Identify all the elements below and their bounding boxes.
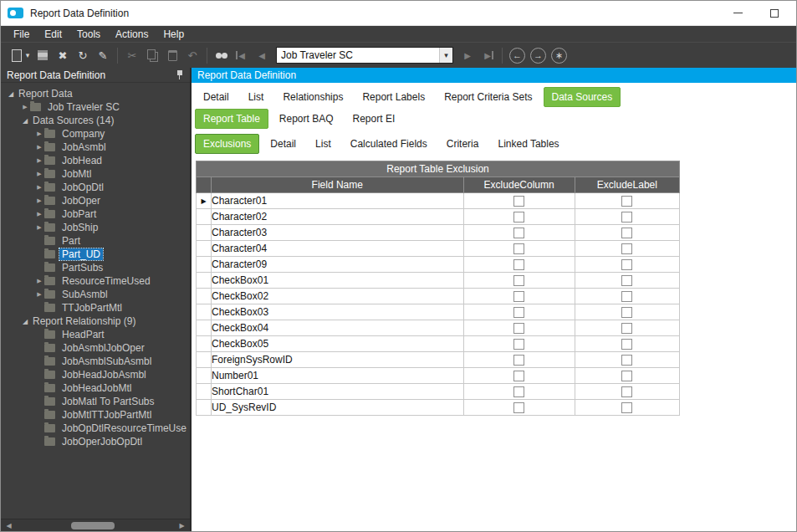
expand-arrow-icon[interactable]: ▶ — [34, 157, 44, 164]
tree-item-report-data[interactable]: ◢Report Data — [1, 87, 190, 100]
expand-arrow-icon[interactable]: ▶ — [34, 224, 44, 231]
exclude-label-checkbox[interactable] — [621, 339, 632, 350]
tab-r1-report-criteria-sets[interactable]: Report Criteria Sets — [436, 87, 540, 107]
tree-item-jobasmbljoboper[interactable]: JobAsmblJobOper — [1, 341, 190, 355]
tree-item-jobheadjobasmbl[interactable]: JobHeadJobAsmbl — [1, 368, 190, 381]
expand-arrow-icon[interactable]: ▶ — [34, 197, 44, 204]
collapse-arrow-icon[interactable]: ◢ — [6, 90, 16, 98]
column-header-excludecolumn[interactable]: ExcludeColumn — [463, 177, 575, 193]
copy-button[interactable] — [143, 46, 161, 64]
menu-item-file[interactable]: File — [6, 27, 37, 42]
delete-button[interactable]: ✖ — [54, 46, 72, 64]
table-row[interactable]: ▶Character01 — [197, 193, 680, 209]
minimize-button[interactable] — [723, 3, 753, 23]
first-record-button[interactable]: ◀ — [232, 46, 251, 64]
tree-item-jobhead[interactable]: ▶JobHead — [1, 154, 190, 167]
last-record-button[interactable]: ▶ — [478, 46, 497, 64]
tree-item-company[interactable]: ▶Company — [1, 127, 190, 141]
tab-r1-relationships[interactable]: Relationships — [274, 87, 351, 107]
exclude-column-checkbox[interactable] — [513, 339, 524, 350]
record-combobox[interactable]: Job Traveler SC▾ — [276, 47, 453, 64]
tree-item-job-traveler-sc[interactable]: ▶Job Traveler SC — [1, 100, 190, 114]
tab-r1-data-sources[interactable]: Data Sources — [544, 87, 621, 107]
tab-r1-list[interactable]: List — [240, 87, 273, 107]
menu-item-actions[interactable]: Actions — [108, 27, 156, 42]
exclude-column-checkbox[interactable] — [513, 355, 524, 366]
previous-record-button[interactable]: ◀ — [253, 46, 271, 64]
tab-r1-report-labels[interactable]: Report Labels — [354, 87, 433, 107]
tree-item-ttjobpartmtl[interactable]: TTJobPartMtl — [1, 301, 190, 315]
table-row[interactable]: Character02 — [197, 209, 680, 225]
menu-item-help[interactable]: Help — [156, 27, 192, 42]
column-header-excludelabel[interactable]: ExcludeLabel — [575, 177, 679, 193]
menu-item-tools[interactable]: Tools — [69, 27, 108, 42]
exclude-label-checkbox[interactable] — [621, 212, 632, 223]
tree-item-joboper[interactable]: ▶JobOper — [1, 194, 190, 207]
tree-item-jobmatl-to-partsubs[interactable]: JobMatl To PartSubs — [1, 395, 190, 408]
table-row[interactable]: CheckBox03 — [197, 304, 680, 320]
exclude-column-checkbox[interactable] — [513, 275, 524, 286]
table-row[interactable]: Character09 — [197, 257, 680, 273]
expand-arrow-icon[interactable]: ▶ — [34, 171, 44, 177]
expand-arrow-icon[interactable]: ▶ — [34, 211, 44, 217]
search-button[interactable] — [212, 46, 231, 64]
exclude-label-checkbox[interactable] — [621, 402, 632, 413]
tree-item-partsubs[interactable]: PartSubs — [1, 261, 190, 274]
exclude-column-checkbox[interactable] — [513, 243, 524, 254]
exclude-label-checkbox[interactable] — [621, 386, 632, 397]
scroll-left-icon[interactable]: ◀ — [3, 519, 15, 531]
home-button[interactable]: ∗ — [551, 48, 567, 64]
table-row[interactable]: ShortChar01 — [197, 384, 680, 400]
table-row[interactable]: ForeignSysRowID — [197, 352, 680, 368]
expand-arrow-icon[interactable]: ▶ — [20, 104, 30, 110]
tab-r1-detail[interactable]: Detail — [195, 87, 238, 107]
tree-item-jobship[interactable]: ▶JobShip — [1, 221, 190, 234]
forward-button[interactable]: → — [530, 48, 546, 64]
exclude-label-checkbox[interactable] — [621, 228, 632, 238]
collapse-arrow-icon[interactable]: ◢ — [20, 318, 30, 325]
expand-arrow-icon[interactable]: ▶ — [34, 184, 44, 191]
exclude-column-checkbox[interactable] — [513, 291, 524, 302]
table-row[interactable]: CheckBox02 — [197, 289, 680, 304]
refresh-button[interactable]: ↻ — [74, 46, 92, 64]
scroll-right-icon[interactable]: ▶ — [176, 519, 188, 531]
tab-r3-linked-tables[interactable]: Linked Tables — [489, 134, 567, 154]
tree-item-jobheadjobmtl[interactable]: JobHeadJobMtl — [1, 381, 190, 395]
tab-r3-calculated-fields[interactable]: Calculated Fields — [342, 134, 436, 154]
tab-r2-report-table[interactable]: Report Table — [195, 109, 268, 129]
tree-item-resourcetimeused[interactable]: ▶ResourceTimeUsed — [1, 274, 190, 288]
tree-item-subasmbl[interactable]: ▶SubAsmbl — [1, 288, 190, 301]
exclude-column-checkbox[interactable] — [513, 371, 524, 381]
undo-button[interactable]: ↶ — [183, 46, 202, 64]
maximize-button[interactable] — [759, 3, 789, 23]
tree-item-headpart[interactable]: HeadPart — [1, 328, 190, 341]
tree-item-data-sources-14[interactable]: ◢Data Sources (14) — [1, 114, 190, 127]
exclude-label-checkbox[interactable] — [621, 371, 632, 381]
expand-arrow-icon[interactable]: ▶ — [34, 278, 44, 284]
exclude-label-checkbox[interactable] — [621, 323, 632, 334]
menu-item-edit[interactable]: Edit — [37, 27, 69, 42]
tree-item-joboperjobopdtl[interactable]: JobOperJobOpDtl — [1, 435, 190, 448]
exclude-column-checkbox[interactable] — [513, 307, 524, 318]
table-row[interactable]: Character04 — [197, 241, 680, 257]
exclude-label-checkbox[interactable] — [621, 291, 632, 302]
exclude-column-checkbox[interactable] — [513, 386, 524, 397]
tree-item-part[interactable]: Part — [1, 234, 190, 248]
tree-item-report-relationship-9[interactable]: ◢Report Relationship (9) — [1, 315, 190, 328]
expand-arrow-icon[interactable]: ▶ — [34, 144, 44, 151]
exclude-column-checkbox[interactable] — [513, 196, 524, 207]
tree-item-jobopdtl[interactable]: ▶JobOpDtl — [1, 181, 190, 194]
tab-r3-criteria[interactable]: Criteria — [438, 134, 488, 154]
paste-button[interactable] — [163, 46, 181, 64]
exclude-column-checkbox[interactable] — [513, 323, 524, 334]
tree-item-jobmtlttjobpartmtl[interactable]: JobMtlTTJobPartMtl — [1, 408, 190, 422]
exclude-column-checkbox[interactable] — [513, 228, 524, 238]
tab-r2-report-baq[interactable]: Report BAQ — [271, 109, 342, 129]
exclude-label-checkbox[interactable] — [621, 196, 632, 207]
table-row[interactable]: CheckBox04 — [197, 320, 680, 336]
table-row[interactable]: CheckBox05 — [197, 336, 680, 352]
exclude-label-checkbox[interactable] — [621, 259, 632, 270]
new-dropdown-icon[interactable]: ▾ — [23, 46, 32, 64]
collapse-arrow-icon[interactable]: ◢ — [20, 117, 30, 125]
table-row[interactable]: UD_SysRevID — [197, 400, 680, 416]
